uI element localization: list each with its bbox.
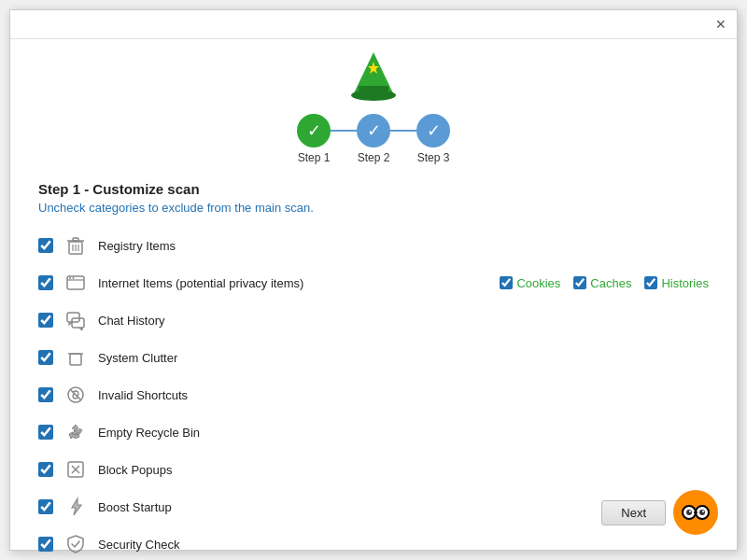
- shield-icon: [63, 531, 89, 557]
- main-dialog: ✕ ✓ Step 1: [9, 9, 738, 551]
- system-label: System Clutter: [98, 351, 709, 365]
- svg-point-1: [351, 90, 396, 101]
- close-button[interactable]: ✕: [712, 16, 729, 33]
- step1-2-connector: [331, 130, 357, 132]
- histories-option[interactable]: Histories: [644, 276, 709, 290]
- popups-label: Block Popups: [98, 463, 709, 477]
- step2-circle: ✓: [357, 114, 390, 147]
- step3-label: Step 3: [417, 151, 450, 164]
- step2-container: ✓ Step 2: [357, 114, 390, 164]
- caches-option[interactable]: Caches: [573, 276, 631, 290]
- svg-rect-6: [73, 238, 78, 241]
- section-title: Step 1 - Customize scan: [38, 181, 709, 197]
- shortcuts-checkbox[interactable]: [38, 387, 53, 402]
- security-checkbox[interactable]: [38, 537, 53, 552]
- link-icon: [63, 382, 89, 408]
- logo-badge: [673, 490, 718, 535]
- step3-container: ✓ Step 3: [416, 114, 450, 164]
- recycle-icon: [63, 419, 89, 445]
- step1-label: Step 1: [298, 151, 331, 164]
- step1-circle: ✓: [297, 114, 331, 147]
- step2-label: Step 2: [358, 151, 390, 164]
- dialog-footer: Next: [601, 490, 718, 535]
- svg-point-28: [702, 511, 704, 512]
- list-item: Chat History: [38, 302, 709, 338]
- block-icon: [63, 456, 89, 483]
- cookies-option[interactable]: Cookies: [500, 276, 560, 290]
- internet-sub-options: Cookies Caches Histories: [500, 276, 709, 290]
- wizard-steps: ✓ Step 1 ✓ Step 2 ✓ Step 3: [297, 114, 450, 164]
- startup-checkbox[interactable]: [38, 499, 53, 514]
- trash-icon: [63, 232, 89, 259]
- registry-label: Registry Items: [98, 239, 709, 253]
- system-checkbox[interactable]: [38, 350, 53, 365]
- list-item: Empty Recycle Bin: [38, 414, 709, 450]
- step1-container: ✓ Step 1: [297, 114, 331, 164]
- svg-point-26: [699, 510, 705, 515]
- list-item: Invalid Shortcuts: [38, 377, 709, 413]
- next-button[interactable]: Next: [601, 500, 666, 525]
- svg-point-27: [689, 511, 691, 512]
- cookies-checkbox[interactable]: [500, 276, 513, 289]
- section-subtitle: Uncheck categories to exclude from the m…: [38, 201, 709, 215]
- security-label: Security Check: [98, 538, 709, 552]
- wizard-hat-icon: [345, 49, 402, 108]
- list-item: Registry Items: [38, 228, 709, 263]
- list-item: System Clutter: [38, 340, 709, 375]
- recycle-label: Empty Recycle Bin: [98, 426, 709, 440]
- step2-3-connector: [390, 130, 416, 132]
- cookies-label: Cookies: [516, 276, 560, 290]
- svg-rect-2: [359, 86, 388, 91]
- caches-label: Caches: [590, 276, 631, 290]
- popups-checkbox[interactable]: [38, 462, 53, 477]
- browser-icon: [63, 270, 89, 296]
- internet-checkbox[interactable]: [38, 275, 53, 290]
- step3-circle: ✓: [416, 114, 450, 147]
- histories-checkbox[interactable]: [644, 276, 657, 289]
- recycle-checkbox[interactable]: [38, 425, 53, 440]
- shortcuts-label: Invalid Shortcuts: [98, 388, 709, 402]
- svg-point-12: [69, 277, 71, 279]
- dialog-content: ✓ Step 1 ✓ Step 2 ✓ Step 3 Step 1 - Cust…: [10, 39, 737, 560]
- svg-point-13: [73, 277, 75, 279]
- wizard-header: ✓ Step 1 ✓ Step 2 ✓ Step 3: [38, 49, 709, 164]
- list-item: Internet Items (potential privacy items)…: [38, 265, 709, 301]
- chat-label: Chat History: [98, 314, 709, 328]
- chat-icon: [63, 307, 89, 333]
- title-bar: ✕: [10, 10, 737, 39]
- registry-checkbox[interactable]: [38, 238, 53, 253]
- internet-label: Internet Items (potential privacy items): [98, 276, 481, 290]
- list-item: Block Popups: [38, 452, 709, 487]
- lightning-icon: [63, 494, 89, 520]
- svg-rect-14: [67, 313, 79, 322]
- histories-label: Histories: [661, 276, 709, 290]
- svg-rect-15: [72, 318, 84, 328]
- bin-icon: [63, 344, 89, 371]
- svg-point-25: [686, 510, 692, 515]
- chat-checkbox[interactable]: [38, 313, 53, 328]
- caches-checkbox[interactable]: [573, 276, 586, 289]
